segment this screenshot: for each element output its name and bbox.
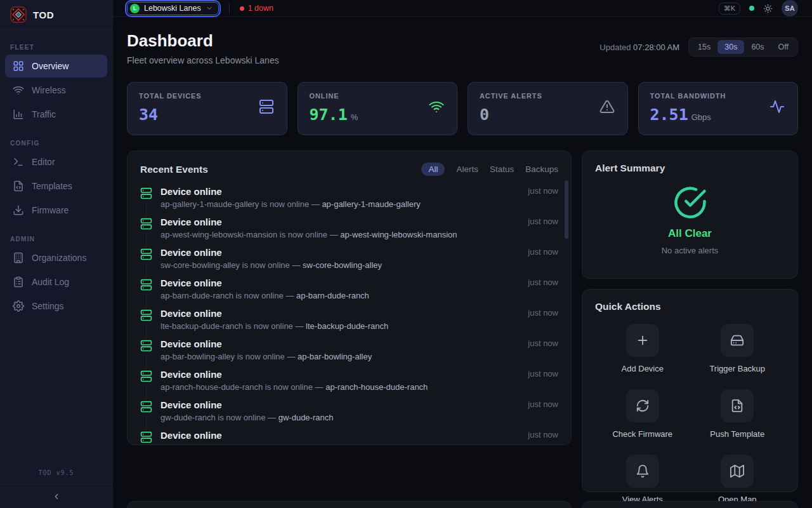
org-selector[interactable]: L Lebowski Lanes	[127, 2, 219, 15]
refresh-60s-button[interactable]: 60s	[744, 40, 771, 54]
gear-icon	[13, 300, 24, 312]
sidebar-item-templates[interactable]: Templates	[5, 175, 107, 197]
chevron-left-icon	[52, 492, 61, 501]
down-dot-icon	[240, 6, 244, 11]
tab-alerts[interactable]: Alerts	[456, 164, 478, 174]
bar-chart-icon	[13, 109, 24, 120]
recent-events-title: Recent Events	[140, 164, 208, 175]
sidebar-item-label: Firmware	[32, 205, 69, 215]
partial-panel-right	[582, 501, 798, 508]
devices-down-indicator[interactable]: 1 down	[240, 4, 273, 13]
refresh-15s-button[interactable]: 15s	[691, 40, 717, 54]
events-list: Device online ap-gallery-1-maude-gallery…	[140, 186, 558, 445]
header-controls: Updated 07:28:00 AM 15s 30s 60s Off	[599, 37, 798, 57]
command-palette-shortcut[interactable]: ⌘K	[719, 3, 740, 15]
stat-active-alerts: ACTIVE ALERTS 0	[468, 82, 628, 135]
refresh-off-button[interactable]: Off	[771, 40, 796, 54]
terminal-icon	[13, 156, 24, 168]
sidebar-item-label: Traffic	[32, 109, 56, 119]
tab-backups[interactable]: Backups	[525, 164, 558, 174]
events-scrollbar[interactable]	[565, 180, 568, 239]
trigger-backup-button[interactable]: Trigger Backup	[690, 324, 785, 373]
alert-detail-text: No active alerts	[662, 246, 719, 255]
event-row[interactable]: Device online sw-core-bowling-alley is n…	[140, 247, 558, 270]
event-row[interactable]: Device online ap-gallery-1-maude-gallery…	[140, 186, 558, 209]
event-timestamp: just now	[528, 338, 558, 361]
sidebar: TOD FLEET Overview Wireless Traffic CONF…	[0, 0, 113, 508]
nav-section-fleet: FLEET	[10, 44, 102, 51]
sidebar-collapse-button[interactable]	[0, 484, 112, 508]
bell-icon	[626, 455, 659, 488]
event-timestamp: just now	[528, 277, 558, 300]
event-row[interactable]: Device online just now	[140, 430, 558, 445]
event-row[interactable]: Device online gw-dude-ranch is now onlin…	[140, 399, 558, 422]
page-title: Dashboard	[127, 31, 279, 51]
sidebar-item-wireless[interactable]: Wireless	[5, 79, 107, 102]
below-fold-panels	[127, 501, 798, 508]
map-icon	[721, 455, 754, 488]
nav-section-admin: ADMIN	[10, 236, 102, 243]
file-code-icon	[721, 389, 754, 422]
sidebar-item-overview[interactable]: Overview	[5, 55, 107, 77]
sidebar-item-editor[interactable]: Editor	[5, 150, 107, 173]
app-shell: TOD FLEET Overview Wireless Traffic CONF…	[0, 0, 812, 508]
stat-label: ACTIVE ALERTS	[480, 92, 616, 100]
alert-summary-title: Alert Summary	[595, 163, 785, 174]
sidebar-item-settings[interactable]: Settings	[5, 295, 107, 318]
event-timestamp: just now	[528, 247, 558, 270]
hard-drive-icon	[721, 324, 754, 357]
dashboard-content: Dashboard Fleet overview across Lebowski…	[113, 17, 812, 508]
add-device-button[interactable]: Add Device	[595, 324, 690, 373]
sidebar-item-audit-log[interactable]: Audit Log	[5, 271, 107, 293]
tab-status[interactable]: Status	[490, 164, 514, 174]
refresh-interval-group: 15s 30s 60s Off	[688, 37, 798, 57]
user-avatar[interactable]: SA	[782, 0, 798, 17]
open-map-button[interactable]: Open Map	[690, 455, 785, 504]
event-timestamp: just now	[528, 308, 558, 331]
check-circle-icon	[673, 185, 707, 220]
chevron-down-icon	[206, 4, 213, 12]
alert-status-text: All Clear	[668, 227, 712, 240]
app-logo-icon	[10, 6, 27, 23]
server-icon	[140, 217, 152, 232]
event-row[interactable]: Device online ap-bar-bowling-alley is no…	[140, 338, 558, 361]
event-timestamp: just now	[528, 217, 558, 239]
org-name: Lebowski Lanes	[144, 4, 201, 13]
page-header: Dashboard Fleet overview across Lebowski…	[127, 31, 798, 65]
app-version: TOD v9.5	[0, 469, 112, 476]
sidebar-item-label: Editor	[32, 157, 55, 167]
theme-toggle-button[interactable]	[763, 4, 773, 13]
event-row[interactable]: Device online lte-backup-dude-ranch is n…	[140, 308, 558, 331]
sidebar-nav: FLEET Overview Wireless Traffic CONFIG E…	[0, 30, 112, 319]
sidebar-item-organizations[interactable]: Organizations	[5, 246, 107, 269]
connection-status-icon	[749, 6, 754, 11]
stat-label: TOTAL DEVICES	[139, 92, 275, 100]
wifi-icon	[13, 84, 24, 96]
stat-label: TOTAL BANDWIDTH	[650, 92, 787, 100]
org-avatar: L	[130, 4, 140, 13]
grid-icon	[13, 60, 24, 72]
push-template-button[interactable]: Push Template	[690, 389, 785, 439]
check-firmware-button[interactable]: Check Firmware	[595, 389, 690, 439]
sidebar-item-traffic[interactable]: Traffic	[5, 103, 107, 126]
event-row[interactable]: Device online ap-barn-dude-ranch is now …	[140, 277, 558, 300]
event-row[interactable]: Device online ap-west-wing-lebowski-mans…	[140, 217, 558, 239]
sidebar-item-label: Organizations	[32, 253, 86, 263]
sidebar-item-firmware[interactable]: Firmware	[5, 199, 107, 222]
view-alerts-button[interactable]: View Alerts	[595, 455, 690, 504]
alert-triangle-icon	[599, 99, 615, 114]
file-code-icon	[13, 180, 24, 192]
tab-all[interactable]: All	[421, 163, 445, 176]
event-row[interactable]: Device online ap-ranch-house-dude-ranch …	[140, 369, 558, 392]
event-timestamp: just now	[528, 369, 558, 392]
refresh-30s-button[interactable]: 30s	[717, 40, 744, 54]
topbar-right: ⌘K SA	[719, 0, 798, 17]
updated-timestamp: Updated 07:28:00 AM	[599, 43, 679, 52]
main-area: L Lebowski Lanes 1 down ⌘K SA Da	[113, 0, 812, 508]
sidebar-item-label: Overview	[32, 61, 69, 71]
stat-value: 97.1	[310, 105, 348, 124]
plus-icon	[626, 324, 659, 357]
quick-actions-grid: Add Device Trigger Backup Check Firmware	[595, 324, 785, 504]
events-filter-tabs: All Alerts Status Backups	[421, 163, 558, 176]
sidebar-item-label: Wireless	[32, 85, 66, 95]
